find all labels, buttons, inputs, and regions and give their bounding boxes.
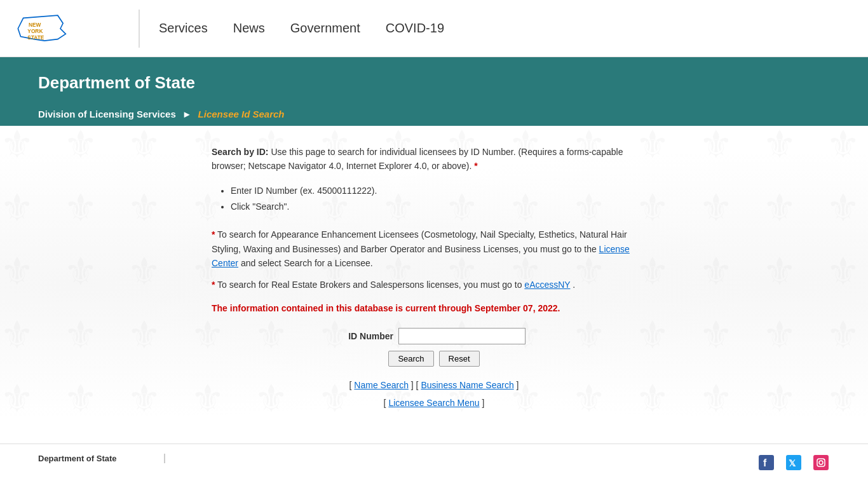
licensee-search-menu-link[interactable]: Licensee Search Menu [388,398,479,408]
svg-rect-8 [813,455,829,470]
site-footer: Department of State f 𝕏 [0,444,868,475]
bottom-links: [ Name Search ] [ Business Name Search ]… [212,376,656,412]
bottom-links-row2: [ Licensee Search Menu ] [212,394,656,412]
instruction-step1: Enter ID Number (ex. 45000111222). [231,183,656,199]
required-star-1: * [474,161,477,171]
id-number-label: ID Number [342,331,393,341]
db-notice: The information contained in this databa… [212,302,656,315]
instagram-icon[interactable] [812,454,830,471]
twitter-icon[interactable]: 𝕏 [785,454,803,471]
site-header: NEW YORK STATE Services News Government … [0,0,868,57]
logo-area: NEW YORK STATE [13,10,140,48]
name-search-link[interactable]: Name Search [354,380,409,390]
footer-social: f 𝕏 [757,454,830,471]
instructions-list: Enter ID Number (ex. 45000111222). Click… [231,183,656,215]
intro-paragraph: Search by ID: Use this page to search fo… [212,145,656,173]
note2-suffix: . [573,280,575,290]
facebook-icon[interactable]: f [757,454,775,471]
note1-text: To search for Appearance Enhancement Lic… [212,229,627,254]
star-3: * [212,280,215,290]
footer-dept-name: Department of State [38,454,165,463]
star-2: * [212,229,215,240]
main-nav: Services News Government COVID-19 [140,21,444,36]
main-content: Search by ID: Use this page to search fo… [0,126,868,444]
id-number-row: ID Number [212,328,656,344]
search-form: ID Number Search Reset [ Name Search ] [… [212,328,656,412]
breadcrumb: Division of Licensing Services ► License… [38,102,830,126]
search-button[interactable]: Search [388,351,433,367]
svg-text:f: f [763,458,767,468]
id-number-input[interactable] [398,328,526,344]
nav-services[interactable]: Services [159,21,208,36]
instruction-step2: Click "Search". [231,199,656,215]
intro-body: Use this page to search for individual l… [212,147,623,171]
note2-text: To search for Real Estate Brokers and Sa… [217,280,524,290]
eaccessny-link[interactable]: eAccessNY [524,280,570,290]
nav-government[interactable]: Government [290,21,360,36]
intro-label: Search by ID: [212,147,268,157]
breadcrumb-parent[interactable]: Division of Licensing Services [38,109,176,119]
ny-state-logo[interactable]: NEW YORK STATE [13,10,76,48]
nav-news[interactable]: News [233,21,265,36]
reset-button[interactable]: Reset [439,351,480,367]
note1-suffix: and select Search for a Licensee. [241,258,373,268]
form-buttons: Search Reset [212,351,656,367]
svg-text:YORK: YORK [27,28,43,34]
breadcrumb-current: Licensee Id Search [198,109,285,119]
breadcrumb-arrow: ► [182,109,192,119]
business-name-search-link[interactable]: Business Name Search [421,380,513,390]
department-title: Department of State [38,67,830,102]
note-realestate: * To search for Real Estate Brokers and … [212,278,656,292]
svg-text:NEW: NEW [29,22,41,28]
nav-covid19[interactable]: COVID-19 [386,21,444,36]
note-appearance: * To search for Appearance Enhancement L… [212,227,656,270]
content-box: Search by ID: Use this page to search fo… [212,145,656,412]
page-banner: Department of State Division of Licensin… [0,57,868,126]
bottom-links-row1: [ Name Search ] [ Business Name Search ] [212,376,656,394]
svg-text:𝕏: 𝕏 [789,458,796,468]
svg-point-11 [824,459,825,460]
svg-text:STATE: STATE [27,34,44,41]
